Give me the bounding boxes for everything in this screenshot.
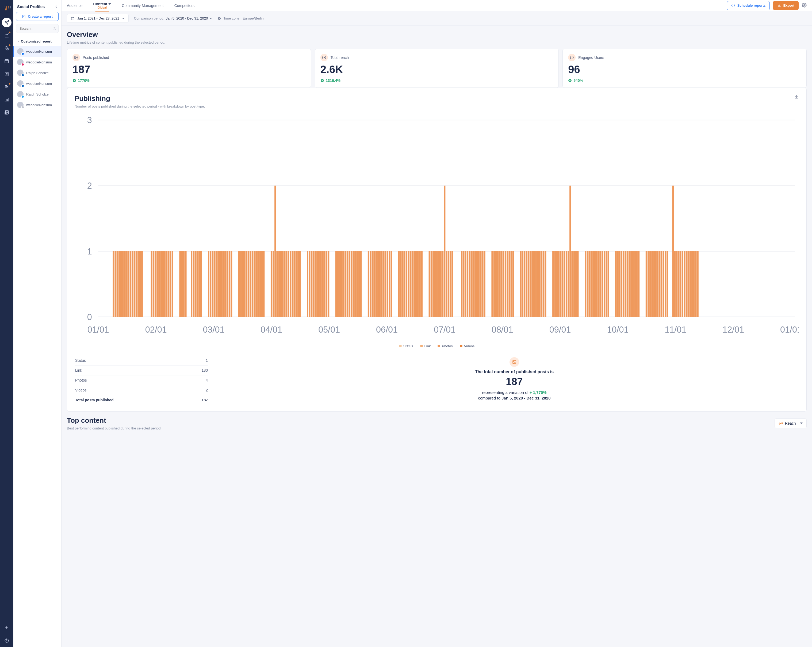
rail-dashboard[interactable] [2, 31, 12, 40]
legend-item[interactable]: Photos [438, 344, 453, 348]
svg-rect-263 [636, 251, 638, 317]
customized-report-row[interactable]: Customized report [14, 37, 61, 46]
profile-item[interactable]: Ralph Scholze [14, 89, 61, 99]
svg-rect-228 [558, 251, 560, 317]
svg-rect-168 [414, 251, 415, 317]
panel-collapse-icon[interactable] [56, 5, 58, 8]
profile-item[interactable]: webpixelkonsum [14, 46, 61, 57]
svg-rect-101 [257, 251, 259, 317]
svg-rect-125 [314, 251, 316, 317]
svg-rect-273 [661, 251, 662, 317]
svg-rect-51 [134, 251, 135, 317]
rail-help[interactable] [2, 636, 12, 645]
svg-rect-52 [136, 251, 137, 317]
svg-rect-259 [629, 251, 630, 317]
svg-rect-257 [625, 251, 626, 317]
comparison-period[interactable]: Comparison period: Jan 5, 2020 - Dec 31,… [134, 16, 212, 20]
kpi-icon [72, 54, 80, 61]
rail-publish[interactable] [2, 18, 12, 27]
profile-item[interactable]: Ralph Scholze [14, 67, 61, 78]
svg-rect-234 [569, 186, 571, 317]
svg-rect-272 [659, 251, 661, 317]
table-row-total: Total posts published187 [75, 395, 208, 405]
legend-item[interactable]: Videos [460, 344, 475, 348]
svg-rect-209 [511, 251, 512, 317]
svg-rect-128 [320, 251, 322, 317]
svg-rect-59 [156, 251, 158, 317]
rail-library[interactable] [2, 107, 12, 117]
svg-rect-277 [672, 186, 674, 317]
svg-rect-279 [676, 251, 678, 317]
legend-item[interactable]: Link [420, 344, 431, 348]
kpi-icon [568, 54, 575, 61]
rail-add[interactable] [2, 623, 12, 633]
svg-rect-175 [432, 251, 434, 317]
svg-rect-231 [564, 251, 565, 317]
rail-globe[interactable] [2, 43, 12, 53]
svg-rect-119 [298, 251, 299, 317]
rail-team[interactable] [2, 82, 12, 92]
svg-text:08/01: 08/01 [491, 325, 513, 335]
svg-rect-290 [697, 251, 699, 317]
top-content-sort-dropdown[interactable]: Reach [775, 419, 807, 428]
svg-point-293 [780, 423, 781, 424]
svg-rect-258 [627, 251, 628, 317]
svg-rect-208 [508, 251, 510, 317]
network-badge [21, 52, 24, 55]
svg-rect-109 [278, 251, 280, 317]
svg-rect-195 [478, 251, 480, 317]
svg-rect-161 [400, 251, 402, 317]
create-report-button[interactable]: Create a report [16, 12, 59, 21]
profile-item[interactable]: webpixelkonsum [14, 57, 61, 67]
tab-audience[interactable]: Audience [67, 0, 82, 11]
svg-rect-251 [607, 251, 609, 317]
svg-text:01/01: 01/01 [87, 325, 109, 335]
svg-rect-159 [391, 251, 392, 317]
svg-text:3: 3 [87, 115, 92, 125]
svg-rect-238 [577, 251, 579, 317]
rail-tasks[interactable] [2, 69, 12, 79]
rail-analytics[interactable] [2, 95, 12, 104]
svg-rect-167 [412, 251, 413, 317]
svg-rect-81 [214, 251, 215, 317]
network-badge [21, 84, 24, 87]
tab-content[interactable]: Content Global [93, 0, 111, 11]
search-icon [52, 26, 56, 31]
svg-rect-223 [543, 251, 545, 317]
date-range-picker[interactable]: Jan 1, 2021 - Dec 28, 2021 [67, 14, 129, 23]
schedule-reports-button[interactable]: Schedule reports [727, 1, 770, 10]
tab-competitors[interactable]: Competitors [174, 0, 194, 11]
svg-rect-252 [615, 251, 617, 317]
settings-icon[interactable] [802, 3, 807, 8]
chevron-down-icon [108, 3, 111, 5]
svg-rect-55 [141, 251, 143, 317]
svg-rect-288 [693, 251, 695, 317]
svg-rect-129 [322, 251, 324, 317]
svg-rect-142 [353, 251, 354, 317]
legend-item[interactable]: Status [399, 344, 413, 348]
svg-point-4 [6, 86, 7, 87]
kpi-delta: 1770% [72, 78, 305, 83]
svg-rect-169 [415, 251, 417, 317]
kpi-delta: 1316.4% [321, 78, 553, 83]
svg-rect-249 [604, 251, 605, 317]
svg-point-9 [53, 27, 55, 29]
rail-calendar[interactable] [2, 56, 12, 66]
svg-rect-253 [617, 251, 619, 317]
svg-rect-264 [638, 251, 640, 317]
svg-rect-190 [469, 251, 470, 317]
profile-item[interactable]: webpixelkonsum [14, 78, 61, 89]
svg-rect-284 [685, 251, 687, 317]
svg-rect-143 [354, 251, 356, 317]
overview-section: Overview Lifetime metrics of content pub… [67, 31, 807, 88]
profile-item[interactable]: webpixelkonsum [14, 99, 61, 110]
svg-rect-160 [398, 251, 400, 317]
svg-rect-98 [252, 251, 253, 317]
svg-rect-127 [318, 251, 320, 317]
svg-rect-165 [408, 251, 409, 317]
tab-community[interactable]: Community Management [122, 0, 163, 11]
export-button[interactable]: Export [773, 1, 798, 10]
svg-rect-64 [166, 251, 168, 317]
download-chart-icon[interactable] [794, 95, 799, 100]
top-content-title: Top content [67, 416, 162, 425]
